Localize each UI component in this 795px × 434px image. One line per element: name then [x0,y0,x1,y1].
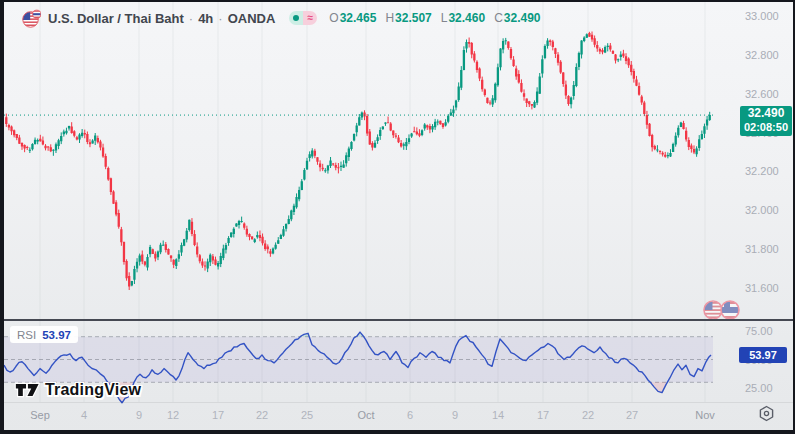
time-tick-label: Oct [357,409,374,421]
price-tick-label: 33.000 [745,10,795,22]
window-edge [0,430,795,434]
open-value: 32.465 [340,11,377,25]
price-tick-label: 31.800 [745,243,795,255]
price-tick-label: 32.000 [745,204,795,216]
low-label: L [441,11,448,25]
market-open-dot-icon [289,11,303,25]
tradingview-logo-icon [14,380,40,399]
market-status-pill[interactable]: ≈ [289,11,317,25]
time-tick-label: Nov [695,409,715,421]
high-label: H [385,11,394,25]
symbol-name[interactable]: U.S. Dollar / Thai Baht [48,11,184,26]
rsi-value: 53.97 [42,329,71,341]
open-label: O [329,11,338,25]
currency-pair-flag-icon [22,9,41,28]
time-tick-label: 17 [537,409,549,421]
low-value: 32.460 [448,11,485,25]
time-tick-label: 9 [452,409,458,421]
time-axis-separator [4,402,793,403]
time-tick-label: 25 [301,409,313,421]
delayed-data-approx-icon: ≈ [303,11,317,25]
exchange-label[interactable]: OANDA [228,11,276,26]
rsi-legend-chip[interactable]: RSI 53.97 [10,326,78,343]
time-tick-label: 12 [167,409,179,421]
close-label: C [494,11,503,25]
chart-legend: U.S. Dollar / Thai Baht · 4h · OANDA ≈ O… [22,8,541,28]
time-tick-label: 14 [492,409,504,421]
tradingview-logo-text: TradingView [45,381,141,399]
time-tick-label: 6 [407,409,413,421]
rsi-value-tag: 53.97 [739,347,787,363]
window-edge [0,0,4,434]
tradingview-chart-window: U.S. Dollar / Thai Baht · 4h · OANDA ≈ O… [0,0,795,434]
rsi-tick-label: 75.00 [745,325,795,337]
last-price-tag: 32.490 02:08:50 [740,106,792,136]
time-tick-label: 22 [256,409,268,421]
close-value: 32.490 [504,11,541,25]
separator-dot: · [189,11,193,26]
price-tick-label: 32.800 [745,49,795,61]
chart-canvas[interactable] [0,0,795,434]
pane-separator[interactable] [4,319,793,321]
time-tick-label: 22 [582,409,594,421]
price-tick-label: 31.600 [745,282,795,294]
scale-settings-gear-icon[interactable] [758,405,775,422]
separator-dot: · [218,11,222,26]
time-tick-label: 17 [212,409,224,421]
time-tick-label: Sep [30,409,50,421]
time-tick-label: 4 [81,409,87,421]
rsi-tick-label: 25.00 [745,382,795,394]
interval-label[interactable]: 4h [198,11,213,26]
ohlc-readout: O32.465 H32.507 L32.460 C32.490 [329,11,540,25]
time-tick-label: 27 [626,409,638,421]
tradingview-logo[interactable]: TradingView [14,380,141,399]
rsi-label: RSI [17,329,36,341]
last-price-value: 32.490 [740,106,792,121]
bar-countdown: 02:08:50 [740,121,792,134]
time-tick-label: 9 [136,409,142,421]
price-tick-label: 32.600 [745,88,795,100]
high-value: 32.507 [395,11,432,25]
price-tick-label: 32.200 [745,165,795,177]
window-edge [0,0,795,2]
